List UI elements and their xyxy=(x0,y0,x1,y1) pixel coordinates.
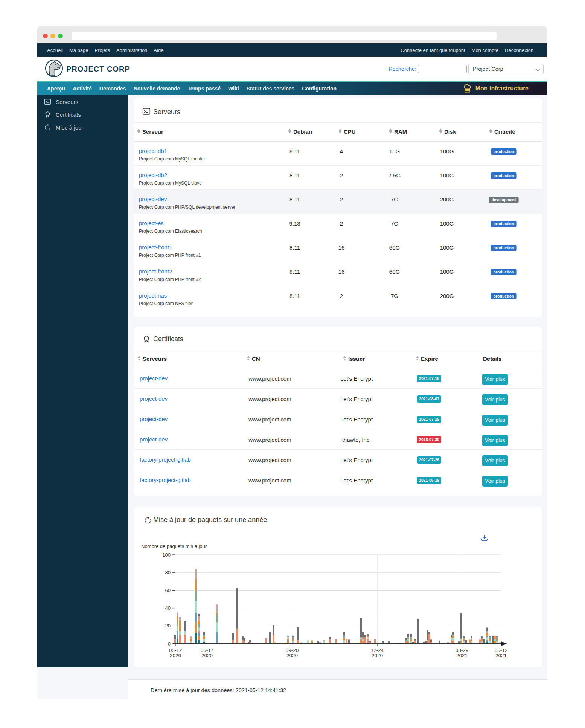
svg-text:2020: 2020 xyxy=(201,653,213,658)
svg-text:2021: 2021 xyxy=(456,653,468,658)
svg-text:100: 100 xyxy=(162,552,171,558)
svg-text:60: 60 xyxy=(165,588,171,593)
svg-text:80: 80 xyxy=(165,570,171,575)
svg-text:40: 40 xyxy=(165,605,171,611)
svg-text:0: 0 xyxy=(168,641,171,647)
svg-text:2020: 2020 xyxy=(372,653,383,658)
svg-text:20: 20 xyxy=(165,623,171,629)
svg-text:2020: 2020 xyxy=(286,653,298,658)
svg-text:2021: 2021 xyxy=(495,653,507,658)
svg-text:2020: 2020 xyxy=(170,653,181,658)
